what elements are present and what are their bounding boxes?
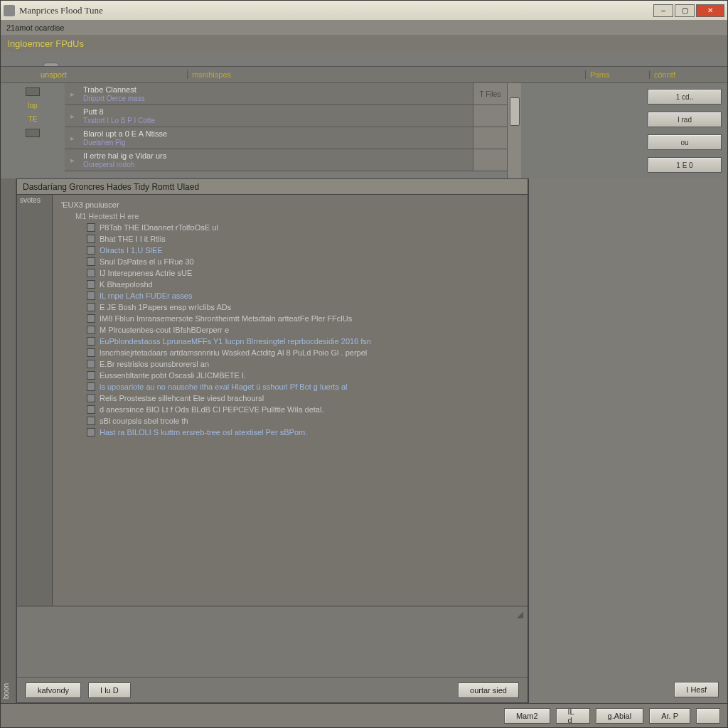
row-tag: [473, 105, 507, 127]
tree-item[interactable]: E JE Bosh 1Papers ensp wrIclibs ADs: [55, 301, 525, 313]
right-panel: I Hesf: [528, 178, 727, 703]
tree-item-label: Eussenbltante pobt Oscasli JLICMBETE I.: [100, 370, 246, 380]
tree-item-icon: [87, 326, 95, 334]
tree-item-icon: [87, 360, 95, 368]
footer-button-4[interactable]: Ar. P: [649, 708, 690, 724]
titlebar: Manprices Flood Tune – ▢ ✕: [1, 1, 727, 21]
tree-item[interactable]: E.Br restrislos pounsbrorersl an: [55, 358, 525, 370]
rail-label-1: lop: [28, 102, 37, 109]
footer-button-3[interactable]: g.Abial: [596, 708, 644, 724]
row-title: Blarol upt a 0 E A Ntisse: [83, 129, 470, 138]
gutter-head: svotes: [17, 195, 52, 208]
minimize-button[interactable]: –: [653, 4, 673, 17]
tree-item[interactable]: Eussenbltante pobt Oscasli JLICMBETE I.: [55, 370, 525, 381]
side-button-3[interactable]: ou: [648, 134, 722, 150]
rail-icon-1[interactable]: [26, 87, 40, 96]
tree-item-label: E JE Bosh 1Papers ensp wrIclibs ADs: [100, 302, 231, 312]
tree-item[interactable]: Snul DsPates el u FRue 30: [55, 256, 525, 267]
right-panel-button[interactable]: I Hesf: [674, 682, 719, 697]
row-expand-icon[interactable]: ▸: [65, 105, 80, 127]
tree-item[interactable]: Olracts I 1,U SlEE: [55, 245, 525, 256]
dialog-button-1[interactable]: kafvondy: [26, 682, 81, 698]
tree-item-label: Hast ra BILOLI S kuttm ersreb-tree osl a…: [100, 427, 307, 437]
side-button-2[interactable]: I rad: [648, 112, 722, 127]
upper-left-rail: lop TE: [1, 83, 65, 178]
tree-item-label: IM8 Fblun Imransemersote Shrontheimtt Me…: [100, 314, 352, 323]
row-subtitle: Duelshen Pig: [83, 139, 470, 146]
tree-item-label: sBl courpsls sbel trcole th: [100, 416, 188, 426]
close-button[interactable]: ✕: [696, 4, 724, 17]
col-end-label[interactable]: cónntf: [649, 70, 727, 79]
inner-gutter: svotes: [17, 195, 53, 606]
row-expand-icon[interactable]: ▸: [65, 83, 80, 105]
tree-item-icon: [87, 291, 95, 300]
tree-item[interactable]: lsncrhsiejrtetadaars artdamsnnririu Wask…: [55, 347, 525, 358]
footer-button-2[interactable]: IL d: [556, 708, 590, 724]
col-mid-label[interactable]: msnihispes: [187, 70, 585, 79]
rail-icon-2[interactable]: [26, 129, 40, 137]
tree-item[interactable]: Hast ra BILOLI S kuttm ersreb-tree osl a…: [55, 427, 525, 438]
tree-item[interactable]: IM8 Fblun Imransemersote Shrontheimtt Me…: [55, 313, 525, 324]
footer-button-1[interactable]: Mam2: [504, 708, 550, 724]
side-button-1[interactable]: 1 cd..: [648, 89, 722, 105]
tree-item-label: IL rnpe LAch FUDEr asses: [100, 291, 192, 301]
tree-item-icon: [87, 371, 95, 380]
tree-item-label: Relis Prostestse sillehcant Ete viesd br…: [100, 393, 264, 403]
tree-item-label: Snul DsPates el u FRue 30: [100, 257, 194, 267]
row-tag[interactable]: T Files: [473, 83, 507, 105]
list-scrollbar[interactable]: [507, 83, 521, 178]
list-row[interactable]: ▸ Putt 8 Txstort I Lo B P I Cotte: [65, 105, 507, 127]
tree-item[interactable]: EuPblondestaoss LprunaeMFFs Y1 Iucpn Blr…: [55, 336, 525, 347]
dialog-button-3[interactable]: ourtar sied: [458, 682, 519, 698]
tree-root[interactable]: 'EUX3 pnuiuscer: [55, 199, 525, 210]
tree-sub[interactable]: M1 Heotestt H ere: [55, 210, 525, 222]
tree-item-label: M Plrcustenbes-cout IBfshBDerperr e: [100, 325, 229, 335]
row-title: II ertre hal ig e Vidar urs: [83, 151, 470, 160]
dialog-button-2[interactable]: I lu D: [88, 682, 131, 698]
tree-item[interactable]: Relis Prostestse sillehcant Ete viesd br…: [55, 392, 525, 404]
tree-item[interactable]: M Plrcustenbes-cout IBfshBDerperr e: [55, 324, 525, 336]
tree-item[interactable]: P8Tab THE IDnannet rTolfoOsE ul: [55, 222, 525, 233]
list-row[interactable]: ▸ Blarol upt a 0 E A Ntisse Duelshen Pig: [65, 127, 507, 149]
tree-view[interactable]: 'EUX3 pnuiuscer M1 Heotestt H ere P8Tab …: [53, 195, 528, 606]
right-button-stack: 1 cd.. I rad ou 1 E 0: [642, 83, 727, 178]
list-area: ▸ Trabe Clannest Dripprt Oerce mass T Fi…: [65, 83, 507, 178]
tree-item-icon: [87, 417, 95, 425]
tree-item[interactable]: IJ Interepnenes Actrie sUE: [55, 267, 525, 279]
inner-body: svotes 'EUX3 pnuiuscer M1 Heotestt H ere…: [17, 195, 528, 606]
tree-item-label: Bhat THE I I it Rtlis: [100, 234, 166, 244]
tree-item[interactable]: K Bhaepoloshd: [55, 279, 525, 290]
footer-button-5[interactable]: [696, 708, 720, 724]
tree-item[interactable]: IL rnpe LAch FUDEr asses: [55, 290, 525, 301]
tree-item-icon: [87, 405, 95, 414]
tree-item[interactable]: Bhat THE I I it Rtlis: [55, 233, 525, 245]
tree-item-label: E.Br restrislos pounsbrorersl an: [100, 359, 209, 369]
side-button-4[interactable]: 1 E 0: [648, 157, 722, 173]
tree-item-label: EuPblondestaoss LprunaeMFFs Y1 Iucpn Blr…: [100, 336, 371, 346]
list-row[interactable]: ▸ Trabe Clannest Dripprt Oerce mass T Fi…: [65, 83, 507, 105]
tree-item[interactable]: is uposariote au no nausohe itha exal Hl…: [55, 381, 525, 392]
tree-item[interactable]: sBl courpsls sbel trcole th: [55, 415, 525, 427]
column-headers: unsport msnihispes Psms cónntf: [1, 66, 727, 83]
tree-item-label: IJ Interepnenes Actrie sUE: [100, 268, 192, 278]
col-main-label[interactable]: unsport: [36, 70, 187, 79]
row-tag: [473, 127, 507, 149]
row-expand-icon[interactable]: ▸: [65, 149, 80, 171]
footer-bar: Mam2 IL d g.Abial Ar. P: [1, 703, 727, 727]
tree-item-label: Olracts I 1,U SlEE: [100, 245, 163, 255]
scroll-thumb[interactable]: [510, 97, 520, 126]
resize-grip-icon[interactable]: ◢: [517, 609, 523, 619]
tree-item[interactable]: d anesrsince BIO Lt f Ods BLdB CI PEPCEV…: [55, 404, 525, 415]
tree-item-label: P8Tab THE IDnannet rTolfoOsE ul: [100, 223, 218, 232]
list-row[interactable]: ▸ II ertre hal ig e Vidar urs Oorepersl …: [65, 149, 507, 171]
row-expand-icon[interactable]: ▸: [65, 127, 80, 149]
row-subtitle: Oorepersl rodoh: [83, 161, 470, 168]
tree-item-icon: [87, 428, 95, 437]
upper-section: lop TE ▸ Trabe Clannest Dripprt Oerce ma…: [1, 83, 727, 178]
col-side-label[interactable]: Psms: [585, 70, 649, 79]
maximize-button[interactable]: ▢: [675, 4, 695, 17]
tree-item-label: is uposariote au no nausohe itha exal Hl…: [100, 382, 348, 392]
app-window: Manprices Flood Tune – ▢ ✕ 21amot ocardi…: [0, 0, 728, 728]
menubar[interactable]: 21amot ocardise: [1, 21, 727, 35]
window-controls: – ▢ ✕: [653, 4, 724, 17]
